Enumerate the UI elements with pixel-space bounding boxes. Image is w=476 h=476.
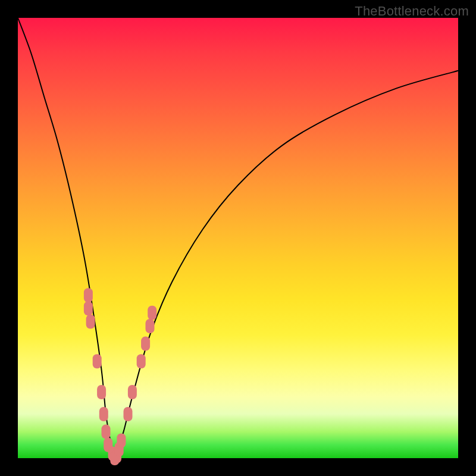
data-marker	[137, 354, 146, 368]
data-marker	[128, 385, 137, 399]
curve-layer	[18, 18, 458, 458]
marker-layer	[84, 288, 156, 465]
data-marker	[93, 354, 102, 368]
chart-frame: TheBottleneck.com	[0, 0, 476, 476]
data-marker	[84, 301, 93, 315]
data-marker	[124, 407, 133, 421]
chart-svg	[18, 18, 458, 458]
data-marker	[146, 319, 155, 333]
watermark-text: TheBottleneck.com	[355, 4, 469, 19]
data-marker	[84, 288, 93, 302]
curve-right-branch	[115, 71, 458, 458]
plot-area	[18, 18, 458, 458]
data-marker	[148, 306, 156, 320]
data-marker	[141, 337, 150, 351]
data-marker	[97, 385, 106, 399]
data-marker	[102, 425, 111, 439]
data-marker	[117, 433, 126, 447]
data-marker	[86, 315, 95, 329]
data-marker	[99, 407, 108, 421]
